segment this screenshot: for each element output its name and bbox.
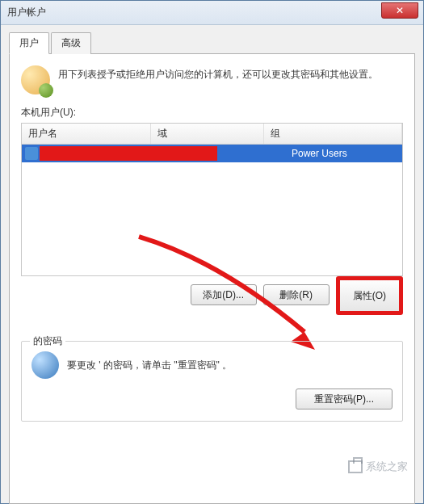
password-text: 要更改 ' 的密码，请单击 "重置密码" 。 bbox=[67, 359, 232, 372]
user-buttons-row: 添加(D)... 删除(R) 属性(O) bbox=[21, 284, 403, 323]
add-button[interactable]: 添加(D)... bbox=[191, 284, 257, 305]
tab-advanced[interactable]: 高级 bbox=[51, 32, 91, 54]
tab-advanced-label: 高级 bbox=[61, 37, 81, 48]
reset-password-label: 重置密码(P)... bbox=[314, 393, 374, 406]
password-legend: 的密码 bbox=[30, 334, 65, 348]
user-accounts-window: 用户帐户 ✕ 用户 高级 用下列表授予或拒绝用户访问您的计算机，还可以更改其密码… bbox=[0, 0, 424, 504]
watermark-text: 系统之家 bbox=[366, 460, 408, 474]
user-row-icon bbox=[25, 147, 38, 160]
column-domain[interactable]: 域 bbox=[151, 124, 264, 144]
column-group[interactable]: 组 bbox=[264, 124, 402, 144]
user-key-icon bbox=[31, 351, 59, 379]
tab-panel-users: 用下列表授予或拒绝用户访问您的计算机，还可以更改其密码和其他设置。 本机用户(U… bbox=[9, 53, 415, 504]
tab-users-label: 用户 bbox=[19, 37, 39, 48]
cell-group: Power Users bbox=[285, 148, 402, 159]
local-users-label: 本机用户(U): bbox=[21, 106, 403, 120]
redacted-username bbox=[40, 146, 217, 161]
table-header: 用户名 域 组 bbox=[22, 124, 402, 145]
properties-button[interactable]: 属性(O) bbox=[336, 276, 403, 315]
intro-text: 用下列表授予或拒绝用户访问您的计算机，还可以更改其密码和其他设置。 bbox=[58, 65, 378, 94]
users-icon bbox=[21, 65, 50, 94]
add-button-label: 添加(D)... bbox=[203, 288, 244, 302]
password-button-row: 重置密码(P)... bbox=[31, 388, 393, 410]
column-username[interactable]: 用户名 bbox=[22, 124, 151, 144]
remove-button[interactable]: 删除(R) bbox=[263, 284, 330, 305]
tab-strip: 用户 高级 bbox=[9, 32, 415, 54]
users-list[interactable]: 用户名 域 组 Power Users bbox=[21, 123, 403, 276]
watermark: 系统之家 bbox=[348, 460, 408, 474]
password-row: 要更改 ' 的密码，请单击 "重置密码" 。 bbox=[31, 351, 393, 379]
password-group: 的密码 要更改 ' 的密码，请单击 "重置密码" 。 重置密码(P)... bbox=[21, 341, 403, 422]
watermark-icon bbox=[348, 460, 363, 473]
intro-row: 用下列表授予或拒绝用户访问您的计算机，还可以更改其密码和其他设置。 bbox=[21, 65, 403, 94]
remove-button-label: 删除(R) bbox=[279, 288, 313, 302]
close-icon: ✕ bbox=[396, 5, 404, 16]
content-area: 用户 高级 用下列表授予或拒绝用户访问您的计算机，还可以更改其密码和其他设置。 … bbox=[1, 25, 423, 504]
tab-users[interactable]: 用户 bbox=[9, 32, 49, 54]
reset-password-button[interactable]: 重置密码(P)... bbox=[296, 388, 393, 410]
table-row[interactable]: Power Users bbox=[22, 145, 402, 162]
titlebar: 用户帐户 ✕ bbox=[1, 1, 423, 25]
close-button[interactable]: ✕ bbox=[381, 2, 418, 19]
properties-button-label: 属性(O) bbox=[353, 289, 386, 303]
window-title: 用户帐户 bbox=[1, 6, 46, 19]
